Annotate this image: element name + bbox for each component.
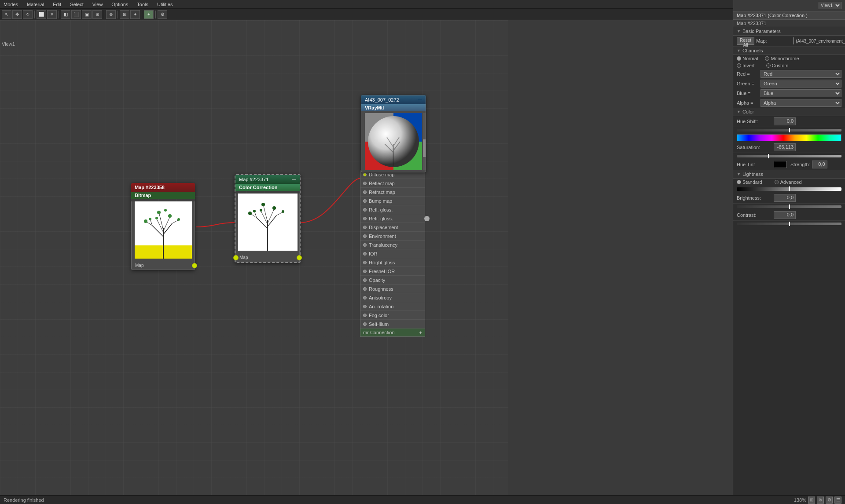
- panel-subtitle: Map #223371: [733, 20, 845, 27]
- toolbar-arrow[interactable]: ↖: [2, 10, 11, 19]
- radio-invert-circle: [737, 63, 741, 68]
- radio-normal[interactable]: Normal: [737, 56, 758, 61]
- mat-dot-refl-gloss: [363, 208, 367, 212]
- mat-slot-hilight[interactable]: Hilight gloss: [360, 258, 425, 267]
- hue-tint-swatch[interactable]: [774, 161, 787, 168]
- channel-red-select[interactable]: Red: [760, 70, 841, 78]
- mat-slot-an-rotation[interactable]: An. rotation: [360, 302, 425, 311]
- toolbar-btn7[interactable]: ⊞: [92, 10, 102, 19]
- section-basic-params[interactable]: ▼ Basic Parameters: [733, 27, 845, 36]
- radio-normal-circle: [737, 56, 741, 61]
- toolbar-select[interactable]: ⬜: [37, 10, 46, 19]
- zoom-level: 138%: [794, 497, 806, 503]
- toolbar-snap[interactable]: ✦: [130, 10, 140, 19]
- toolbar-btn6[interactable]: ▣: [82, 10, 92, 19]
- mat-footer-plus[interactable]: +: [419, 330, 422, 335]
- svg-point-16: [177, 218, 180, 221]
- toolbar-btn5[interactable]: ⬛: [71, 10, 81, 19]
- menu-utilities[interactable]: Utilities: [155, 2, 174, 7]
- node-cc-close[interactable]: —: [292, 177, 296, 182]
- radio-invert[interactable]: Invert: [737, 63, 755, 68]
- toolbar-grid[interactable]: ⊞: [120, 10, 129, 19]
- status-icon2[interactable]: 🖱: [817, 497, 824, 504]
- channel-green-row: Green = Green: [733, 79, 845, 88]
- saturation-slider-container: [733, 153, 845, 159]
- radio-monochrome[interactable]: Monochrome: [765, 56, 799, 61]
- mat-slot-ior[interactable]: IOR: [360, 249, 425, 258]
- mat-slot-translucency[interactable]: Translucency: [360, 241, 425, 249]
- node-cc-output-dot[interactable]: [297, 255, 302, 260]
- toolbar-rotate[interactable]: ↻: [23, 10, 33, 19]
- radio-standard-label: Standard: [742, 179, 762, 185]
- toolbar-btn8[interactable]: ⊕: [106, 10, 116, 19]
- lightness-slider-container: [733, 186, 845, 193]
- mat-slot-opacity-label: Opacity: [369, 278, 385, 283]
- map-filename: (AI43_007_environment_diff.jpg): [796, 39, 845, 44]
- menu-options[interactable]: Options: [110, 2, 130, 7]
- mat-slot-reflect[interactable]: Reflect map: [360, 179, 425, 188]
- lightness-slider[interactable]: [737, 187, 841, 191]
- vray-scrollbar[interactable]: [423, 113, 426, 170]
- node-cc-id: Map #223371: [239, 177, 268, 182]
- section-channels[interactable]: ▼ Channels: [733, 47, 845, 55]
- mat-slot-translucency-label: Translucency: [369, 242, 397, 248]
- status-icon1[interactable]: ⊞: [808, 497, 815, 504]
- mat-slot-roughness[interactable]: Roughness: [360, 285, 425, 293]
- mat-slot-environment[interactable]: Environment: [360, 232, 425, 241]
- mat-slot-fog-color[interactable]: Fog color: [360, 311, 425, 320]
- node-bitmap[interactable]: Map #223358 Bitmap: [131, 183, 195, 270]
- radio-standard[interactable]: Standard: [737, 179, 762, 185]
- mat-slot-fresnel[interactable]: Fresnel IOR: [360, 267, 425, 276]
- mat-slot-refract[interactable]: Refract map: [360, 188, 425, 197]
- canvas-area[interactable]: View1 Map #223358 Bitmap: [0, 20, 508, 495]
- menu-view[interactable]: View: [91, 2, 105, 7]
- channel-blue-label: Blue =: [737, 91, 759, 96]
- menu-edit[interactable]: Edit: [51, 2, 63, 7]
- svg-point-33: [282, 210, 284, 213]
- mat-slot-opacity[interactable]: Opacity: [360, 276, 425, 285]
- radio-custom-label: Custom: [772, 63, 789, 68]
- node-vray[interactable]: AI43_007_0272 — VRayMtl: [361, 95, 426, 172]
- node-bitmap-preview: [135, 201, 192, 259]
- menu-tools[interactable]: Tools: [135, 2, 150, 7]
- radio-custom[interactable]: Custom: [766, 63, 789, 68]
- toolbar-zoom-in[interactable]: +: [144, 10, 154, 19]
- mat-slot-bump[interactable]: Bump map: [360, 197, 425, 205]
- node-bitmap-output-dot[interactable]: [192, 263, 197, 268]
- node-vray-close[interactable]: —: [418, 97, 422, 102]
- menu-modes[interactable]: Modes: [2, 2, 20, 7]
- mat-slot-refr-gloss[interactable]: Refr. gloss.: [360, 214, 425, 223]
- node-cc[interactable]: Map #223371 — Color Correction: [235, 174, 301, 263]
- radio-advanced[interactable]: Advanced: [775, 179, 802, 185]
- toolbar-btn3[interactable]: ✕: [47, 10, 57, 19]
- view-select[interactable]: View1: [818, 2, 841, 9]
- toolbar-btn4[interactable]: ◧: [61, 10, 70, 19]
- toolbar-move[interactable]: ✥: [12, 10, 22, 19]
- svg-point-31: [260, 209, 262, 212]
- map-color-swatch[interactable]: [793, 37, 794, 44]
- mat-slot-self-illum[interactable]: Self-illum: [360, 320, 425, 329]
- menu-select[interactable]: Select: [68, 2, 85, 7]
- status-icon3[interactable]: ⚙: [826, 497, 833, 504]
- section-lightness[interactable]: ▼ Lightness: [733, 170, 845, 179]
- node-bitmap-id: Map #223358: [135, 185, 165, 190]
- channel-green-select[interactable]: Green: [760, 80, 841, 88]
- hue-shift-slider[interactable]: [737, 129, 841, 131]
- status-icon4[interactable]: ☰: [834, 497, 841, 504]
- channel-blue-select[interactable]: Blue: [760, 89, 841, 97]
- saturation-slider[interactable]: [737, 155, 841, 157]
- brightness-slider[interactable]: [737, 205, 841, 208]
- mat-slot-displacement[interactable]: Displacement: [360, 223, 425, 232]
- node-cc-type: Color Correction: [235, 184, 300, 191]
- section-color[interactable]: ▼ Color: [733, 108, 845, 116]
- menu-material[interactable]: Material: [25, 2, 46, 7]
- node-cc-input-dot[interactable]: [233, 255, 239, 260]
- mat-footer[interactable]: mr Connection +: [360, 329, 425, 336]
- channel-alpha-select[interactable]: Alpha: [760, 99, 841, 107]
- section-channels-label: Channels: [742, 48, 763, 53]
- toolbar-settings[interactable]: ⚙: [158, 10, 167, 19]
- reset-all-btn[interactable]: Reset All: [737, 37, 754, 45]
- mat-slot-anisotropy[interactable]: Anisotropy: [360, 293, 425, 302]
- mat-slot-refl-gloss[interactable]: Refl. gloss.: [360, 205, 425, 214]
- contrast-slider[interactable]: [737, 223, 841, 225]
